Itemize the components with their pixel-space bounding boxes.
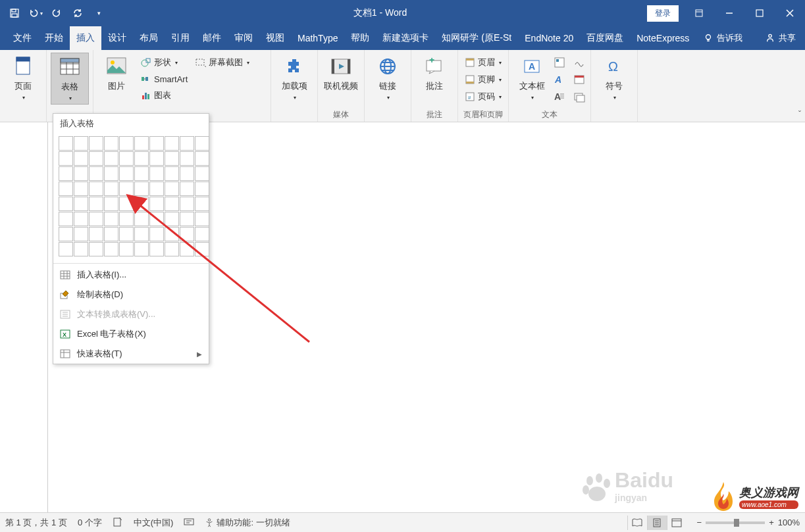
save-button[interactable] <box>5 4 24 22</box>
table-grid-cell[interactable] <box>134 227 149 241</box>
dropcap-button[interactable]: A <box>554 91 567 104</box>
tab-layout[interactable]: 布局 <box>133 26 165 50</box>
table-grid-cell[interactable] <box>89 242 103 256</box>
word-count[interactable]: 0 个字 <box>78 517 102 529</box>
redo-button[interactable] <box>47 4 66 22</box>
textbox-button[interactable]: A 文本框 ▾ <box>513 53 551 103</box>
table-grid-cell[interactable] <box>134 212 149 226</box>
table-grid-cell[interactable] <box>119 197 134 211</box>
signature-button[interactable] <box>573 57 586 70</box>
ribbon-display-options[interactable] <box>684 0 714 26</box>
table-grid-cell[interactable] <box>149 227 164 241</box>
table-grid-cell[interactable] <box>104 166 118 181</box>
tell-me-search[interactable]: 告诉我 <box>696 26 750 50</box>
quick-parts-button[interactable] <box>554 57 567 70</box>
table-grid-cell[interactable] <box>74 136 88 151</box>
table-grid-cell[interactable] <box>89 212 103 226</box>
login-button[interactable]: 登录 <box>647 5 679 22</box>
print-layout-button[interactable] <box>647 516 667 530</box>
excel-spreadsheet-menu-item[interactable]: X Excel 电子表格(X) <box>53 324 209 344</box>
table-grid-cell[interactable] <box>89 151 103 166</box>
table-grid-cell[interactable] <box>74 166 88 181</box>
table-grid-cell[interactable] <box>89 227 103 241</box>
page-number-button[interactable]: #页码▾ <box>462 89 504 104</box>
table-button[interactable]: 表格 ▾ <box>51 53 89 105</box>
wordart-button[interactable]: A <box>554 74 567 87</box>
header-button[interactable]: 页眉▾ <box>462 55 504 70</box>
page-info[interactable]: 第 1 页，共 1 页 <box>5 517 67 529</box>
footer-button[interactable]: 页脚▾ <box>462 72 504 87</box>
table-grid-cell[interactable] <box>180 212 194 226</box>
table-grid-cell[interactable] <box>89 181 103 196</box>
tab-review[interactable]: 审阅 <box>228 26 259 50</box>
zoom-level[interactable]: 100% <box>778 518 800 527</box>
table-grid-cell[interactable] <box>134 181 149 196</box>
input-mode-icon[interactable] <box>184 516 194 529</box>
table-grid-cell[interactable] <box>74 242 88 256</box>
table-grid-cell[interactable] <box>180 136 194 151</box>
chart-button[interactable]: 图表 <box>138 88 190 103</box>
table-grid-cell[interactable] <box>165 227 179 241</box>
draw-table-menu-item[interactable]: 绘制表格(D) <box>53 285 209 304</box>
table-grid-cell[interactable] <box>104 227 118 241</box>
table-grid-cell[interactable] <box>180 151 194 166</box>
accessibility-status[interactable]: 辅助功能: 一切就绪 <box>205 517 290 529</box>
table-grid-cell[interactable] <box>59 197 73 211</box>
tab-noteexpress[interactable]: NoteExpress <box>630 26 696 50</box>
smartart-button[interactable]: SmartArt <box>138 72 190 85</box>
web-layout-button[interactable] <box>667 516 687 530</box>
shapes-button[interactable]: 形状▾ <box>138 55 190 70</box>
tab-baidu-netdisk[interactable]: 百度网盘 <box>580 26 630 50</box>
maximize-button[interactable] <box>744 0 775 26</box>
table-grid-cell[interactable] <box>149 181 164 196</box>
quick-tables-menu-item[interactable]: 快速表格(T) ▶ <box>53 344 209 364</box>
table-grid-cell[interactable] <box>149 166 164 181</box>
table-grid-cell[interactable] <box>134 151 149 166</box>
table-grid-cell[interactable] <box>195 136 209 151</box>
table-grid-cell[interactable] <box>180 227 194 241</box>
read-mode-button[interactable] <box>627 516 647 530</box>
table-grid-cell[interactable] <box>165 151 179 166</box>
collapse-ribbon-button[interactable]: ˇ <box>798 110 801 119</box>
table-grid-cell[interactable] <box>104 136 118 151</box>
spellcheck-icon[interactable] <box>113 516 123 529</box>
table-grid-cell[interactable] <box>104 212 118 226</box>
table-grid-cell[interactable] <box>119 181 134 196</box>
minimize-button[interactable] <box>714 0 744 26</box>
table-grid-cell[interactable] <box>149 197 164 211</box>
table-grid-cell[interactable] <box>89 197 103 211</box>
comment-button[interactable]: + 批注 <box>415 53 454 95</box>
table-grid-cell[interactable] <box>149 212 164 226</box>
table-grid-cell[interactable] <box>59 181 73 196</box>
table-grid-cell[interactable] <box>165 212 179 226</box>
pages-button[interactable]: 页面 ▾ <box>4 53 42 103</box>
tab-insert[interactable]: 插入 <box>70 26 101 50</box>
table-grid-cell[interactable] <box>134 136 149 151</box>
table-grid-cell[interactable] <box>119 212 134 226</box>
insert-table-menu-item[interactable]: 插入表格(I)... <box>53 265 209 285</box>
table-grid-cell[interactable] <box>149 151 164 166</box>
tab-new-tab[interactable]: 新建选项卡 <box>376 26 435 50</box>
table-grid-cell[interactable] <box>74 227 88 241</box>
screenshot-button[interactable]: 屏幕截图▾ <box>193 55 252 70</box>
table-grid-cell[interactable] <box>74 212 88 226</box>
tab-file[interactable]: 文件 <box>7 26 38 50</box>
table-grid-cell[interactable] <box>119 151 134 166</box>
table-grid-cell[interactable] <box>89 136 103 151</box>
table-grid-cell[interactable] <box>59 136 73 151</box>
table-grid-cell[interactable] <box>195 181 209 196</box>
tab-help[interactable]: 帮助 <box>344 26 376 50</box>
online-video-button[interactable]: 联机视频 <box>322 53 360 95</box>
table-grid-cell[interactable] <box>74 197 88 211</box>
tab-view[interactable]: 视图 <box>259 26 291 50</box>
table-grid-cell[interactable] <box>165 166 179 181</box>
table-grid-cell[interactable] <box>104 242 118 256</box>
table-grid-cell[interactable] <box>59 242 73 256</box>
sync-button[interactable] <box>68 4 87 22</box>
undo-button[interactable]: ▾ <box>26 4 45 22</box>
tab-endnote[interactable]: EndNote 20 <box>518 26 580 50</box>
table-grid-cell[interactable] <box>195 166 209 181</box>
table-grid-cell[interactable] <box>149 136 164 151</box>
table-grid-cell[interactable] <box>74 181 88 196</box>
table-grid-cell[interactable] <box>165 197 179 211</box>
